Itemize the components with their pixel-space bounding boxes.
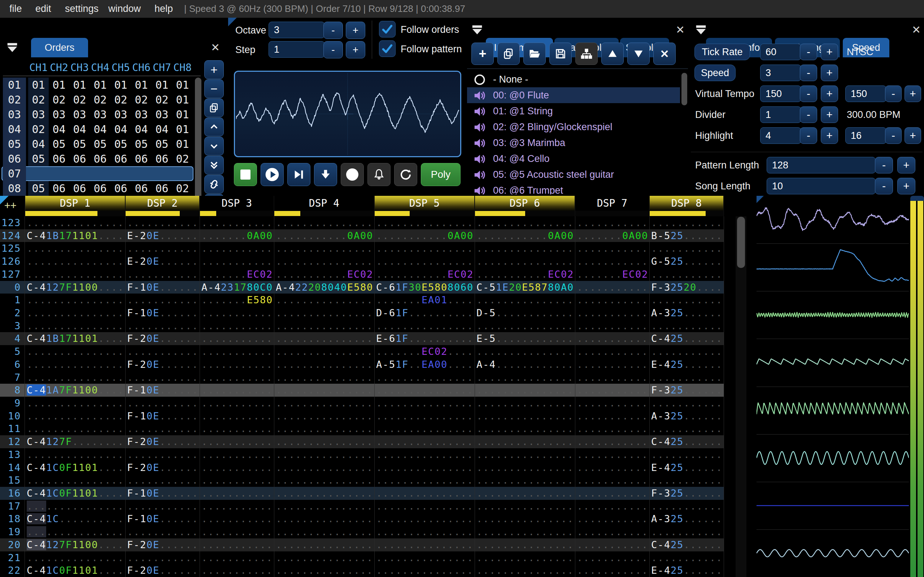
pattern-cell[interactable]: ...............	[375, 384, 475, 397]
pattern-cell[interactable]: F-20E......	[126, 435, 200, 448]
pattern-cell[interactable]: ...............	[274, 397, 375, 410]
order-cell[interactable]: 06	[49, 181, 69, 196]
pattern-cell[interactable]: ...........	[126, 551, 200, 564]
open-instrument-button[interactable]	[523, 43, 546, 65]
order-row-index[interactable]: 03	[3, 107, 26, 122]
pattern-cell[interactable]: ...........	[575, 216, 650, 229]
pattern-cell[interactable]: ...........	[200, 525, 274, 538]
step-decrement-button[interactable]: -	[323, 41, 343, 58]
pattern-row[interactable]: 12C-4127F........F-20E..................…	[0, 435, 724, 448]
instrument-list-item[interactable]: 01: @1 String	[467, 103, 680, 119]
pattern-cell[interactable]: ...........	[200, 384, 274, 397]
close-icon[interactable]: ✕	[211, 42, 220, 53]
instrument-list-item[interactable]: 06: @6 Trumpet	[467, 182, 680, 194]
pattern-cell[interactable]: ...............	[274, 564, 375, 577]
add-order-button[interactable]: +	[204, 60, 224, 79]
pattern-cell[interactable]: ...............	[274, 293, 375, 306]
pattern-cell[interactable]: ...............	[274, 422, 375, 435]
pattern-cell[interactable]: F-10E......	[126, 487, 200, 500]
pattern-cell[interactable]: ...............	[375, 551, 475, 564]
order-cell[interactable]: 01	[172, 92, 193, 107]
pattern-cell[interactable]: ...........	[200, 474, 274, 487]
pattern-cell[interactable]: ...............	[475, 435, 575, 448]
order-to-bottom-button[interactable]	[204, 156, 224, 174]
pattern-cell[interactable]: ...............	[375, 422, 475, 435]
order-row-index[interactable]: 08	[3, 181, 26, 196]
pattern-cell[interactable]: C-41C0F1101....	[25, 487, 126, 500]
pattern-cell[interactable]: ...............	[25, 242, 126, 255]
order-cell[interactable]: 02	[69, 92, 90, 107]
pattern-cell[interactable]: ...............	[475, 487, 575, 500]
pattern-cell[interactable]: ...........	[575, 281, 650, 294]
pattern-cell[interactable]: A-325......	[650, 513, 724, 525]
pattern-cell[interactable]: ...........0A00	[475, 229, 575, 242]
octave-input[interactable]: 3	[268, 22, 325, 38]
pattern-cell[interactable]: F-32520....	[650, 281, 724, 294]
pattern-cell[interactable]: A-51F..EA00....	[375, 358, 475, 371]
pattern-cell[interactable]: ...............	[375, 216, 475, 229]
pattern-cell[interactable]: C-4127F........	[25, 435, 126, 448]
pattern-cell[interactable]: F-20E......	[126, 538, 200, 551]
order-cell[interactable]: 02	[28, 122, 49, 137]
pattern-cell[interactable]: ...............	[475, 255, 575, 268]
pattern-row[interactable]: 8C-41A7F1100....F-10E...................…	[0, 384, 724, 397]
pattern-cell[interactable]: ...........	[575, 306, 650, 319]
pattern-cell[interactable]: ...............	[375, 525, 475, 538]
pattern-cell[interactable]: C-425......	[650, 435, 724, 448]
order-cell[interactable]: 03	[152, 107, 172, 122]
pattern-cell[interactable]: G-525......	[650, 255, 724, 268]
pattern-cell[interactable]: ...............	[274, 345, 375, 358]
pattern-cell[interactable]: ...........	[200, 410, 274, 423]
pattern-cell[interactable]: ...........	[575, 513, 650, 525]
pattern-cell[interactable]: ...............	[25, 448, 126, 461]
order-cell[interactable]: 01	[172, 107, 193, 122]
pattern-cell[interactable]: ...........	[575, 332, 650, 345]
pattern-cell[interactable]: .......EC02....	[375, 345, 475, 358]
pattern-cell[interactable]: ...............	[25, 500, 126, 513]
pattern-cell[interactable]: ...............	[475, 461, 575, 474]
order-cell[interactable]: 06	[90, 181, 110, 196]
order-cell[interactable]: 04	[152, 122, 172, 137]
pattern-cell[interactable]: ...........0A00	[375, 229, 475, 242]
pattern-cell[interactable]: ...........	[575, 319, 650, 332]
pattern-row[interactable]: 6...............F-20E...................…	[0, 358, 724, 371]
pattern-row[interactable]: 20C-4127F1100....F-20E..................…	[0, 538, 724, 551]
pattern-cell[interactable]: ...............	[375, 538, 475, 551]
step-increment-button[interactable]: +	[346, 41, 365, 58]
pattern-cell[interactable]: D-61F..........	[375, 306, 475, 319]
pattern-cell[interactable]: ...........	[650, 293, 724, 306]
pattern-cell[interactable]: C-41B171101....	[25, 229, 126, 242]
menu-help[interactable]: help	[152, 0, 175, 18]
speed-input[interactable]: 3	[760, 64, 801, 81]
pattern-cell[interactable]: A-4............	[475, 358, 575, 371]
order-cell[interactable]: 06	[131, 181, 152, 196]
pattern-cell[interactable]: ...............	[375, 487, 475, 500]
pattern-cell[interactable]: ...........	[126, 474, 200, 487]
pattern-cell[interactable]: F-20E......	[126, 358, 200, 371]
pattern-row[interactable]: 5.......................................…	[0, 345, 724, 358]
pattern-cell[interactable]: ...............	[274, 306, 375, 319]
order-row-index[interactable]: 01	[3, 77, 26, 92]
pattern-row[interactable]: 127.................................EC02…	[0, 268, 724, 281]
pattern-cell[interactable]: ...........	[575, 384, 650, 397]
move-order-up-button[interactable]	[204, 118, 224, 136]
pattern-cell[interactable]: A-4231780C0	[200, 281, 274, 294]
pattern-cell[interactable]: ...........	[650, 268, 724, 281]
pattern-cell[interactable]: ...............	[375, 435, 475, 448]
stop-button[interactable]	[234, 163, 257, 186]
speed-decrement-button[interactable]: -	[800, 64, 817, 81]
order-cell[interactable]: 06	[131, 152, 152, 166]
pattern-row[interactable]: 19......................................…	[0, 525, 724, 538]
pattern-cell[interactable]: E-5............	[475, 332, 575, 345]
pattern-cell[interactable]: C-61F30E5808060	[375, 281, 475, 294]
pattern-cell[interactable]: ...............	[475, 564, 575, 577]
song-length-decrement-button[interactable]: -	[875, 178, 893, 194]
pattern-cell[interactable]: ...........	[575, 345, 650, 358]
pattern-cell[interactable]: ...............	[475, 371, 575, 384]
order-cell[interactable]: 02	[110, 92, 131, 107]
pattern-cell[interactable]: ...........	[650, 371, 724, 384]
move-instrument-up-button[interactable]	[601, 43, 624, 65]
order-cell[interactable]: 03	[69, 107, 90, 122]
order-cell[interactable]: 01	[90, 77, 110, 92]
pattern-cell[interactable]: ...............	[475, 448, 575, 461]
